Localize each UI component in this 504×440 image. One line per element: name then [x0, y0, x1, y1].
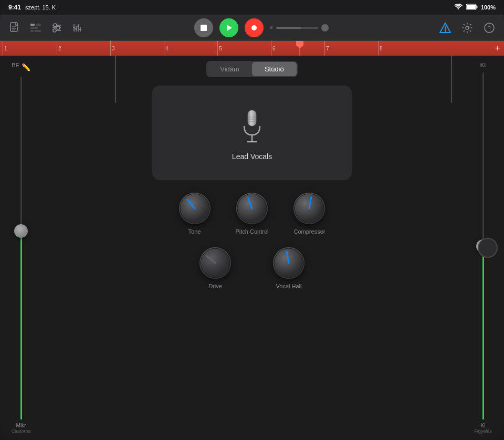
ipad-frame: 9:41 szept. 15. K 100% [0, 0, 504, 440]
svg-rect-26 [201, 25, 207, 31]
compressor-label: Compressor [294, 228, 326, 235]
metronome-button[interactable] [437, 19, 454, 36]
tabs-container: Vidám Stúdió [206, 61, 298, 77]
status-right: 100% [455, 4, 496, 11]
timeline-ruler: 1 2 3 4 5 6 7 8 + [0, 41, 504, 56]
toolbar-left [6, 19, 86, 36]
fader-left-knob[interactable] [14, 224, 28, 238]
ruler-mark-4: 4 [164, 41, 169, 56]
volume-knob[interactable] [321, 24, 329, 32]
vocal-hall-label: Vocal Hall [276, 283, 302, 289]
tab-vidam[interactable]: Vidám [207, 62, 252, 76]
svg-point-16 [57, 26, 60, 29]
tone-knob[interactable] [179, 193, 211, 224]
ruler-mark-3: 3 [110, 41, 115, 56]
pencil-icon[interactable]: ✏️ [22, 63, 30, 71]
instrument-box: Lead Vocals [152, 86, 352, 180]
knobs-row-2: Drive [200, 247, 304, 289]
toolbar-center: ≡ [194, 18, 329, 37]
toolbar: ≡ [0, 15, 504, 41]
fader-right-label: KI [480, 62, 486, 68]
knob-tone: Tone [179, 193, 211, 235]
mic-icon [236, 105, 268, 147]
home-button[interactable] [478, 238, 498, 258]
knob-drive: Drive [200, 247, 231, 289]
wifi-icon [455, 4, 463, 11]
pitch-control-label: Pitch Control [236, 228, 269, 235]
ruler-mark-1: 1 [3, 41, 7, 56]
vocal-hall-knob[interactable] [273, 247, 304, 279]
pitch-control-knob[interactable] [236, 193, 268, 224]
svg-point-15 [54, 24, 57, 27]
record-button[interactable] [245, 18, 264, 37]
fader-left-sub: Csatorna [12, 428, 31, 434]
stop-button[interactable] [194, 18, 213, 37]
svg-point-31 [466, 26, 469, 29]
date-display: szept. 15. K [25, 4, 56, 11]
knob-vocal-hall: Vocal Hall [273, 247, 304, 289]
ruler-mark-6: 6 [271, 41, 276, 56]
svg-rect-8 [36, 24, 41, 26]
drive-knob[interactable] [200, 247, 231, 279]
battery-pct: 100% [481, 4, 496, 11]
svg-rect-7 [30, 24, 35, 26]
volume-slider[interactable] [276, 27, 318, 29]
settings-button[interactable] [459, 19, 476, 36]
status-bar: 9:41 szept. 15. K 100% [0, 0, 504, 15]
mixer-button[interactable] [48, 19, 65, 36]
fader-right-fill [482, 246, 484, 420]
ruler-mark-5: 5 [217, 41, 222, 56]
compressor-knob[interactable] [293, 193, 325, 224]
timeline[interactable]: 1 2 3 4 5 6 7 8 + [0, 41, 504, 56]
svg-rect-9 [30, 27, 38, 29]
fader-left: BE ✏️ Mikr Csatorna [0, 56, 42, 440]
ruler-mark-7: 7 [324, 41, 329, 56]
play-button[interactable] [219, 18, 238, 37]
fader-right-bottom: Ki [481, 423, 486, 428]
instrument-name: Lead Vocals [232, 152, 272, 161]
time-display: 9:41 [8, 4, 21, 11]
tracks-button[interactable] [27, 19, 44, 36]
toolbar-right: ? [437, 19, 498, 36]
svg-rect-10 [30, 30, 34, 32]
volume-control: ≡ [270, 24, 329, 32]
battery-icon [466, 4, 478, 11]
drive-label: Drive [208, 283, 222, 289]
svg-rect-1 [467, 5, 476, 9]
document-button[interactable] [6, 19, 23, 36]
status-left: 9:41 szept. 15. K [8, 4, 56, 11]
fader-left-bottom: Mikr [16, 423, 26, 428]
tab-studio[interactable]: Stúdió [252, 62, 297, 76]
svg-point-28 [251, 25, 257, 30]
svg-marker-27 [227, 25, 232, 31]
fader-left-track[interactable] [20, 77, 22, 420]
svg-rect-2 [476, 6, 477, 8]
fader-right-sub: Figyelés [474, 428, 492, 434]
fader-left-label: BE [12, 62, 19, 68]
ruler-mark-8: 8 [378, 41, 383, 56]
knob-compressor: Compressor [293, 193, 325, 235]
svg-text:?: ? [488, 25, 490, 32]
knob-pitch-control: Pitch Control [236, 193, 269, 235]
app-area: BE ✏️ Mikr Csatorna Vidám Stúdió [0, 56, 504, 440]
fader-left-fill [20, 231, 22, 420]
center-panel: Vidám Stúdió [42, 56, 462, 440]
playhead[interactable] [299, 41, 300, 56]
playhead-marker [296, 41, 303, 48]
knobs-row-1: Tone [179, 193, 326, 235]
tone-label: Tone [188, 228, 201, 235]
ruler-mark-2: 2 [57, 41, 61, 56]
help-button[interactable]: ? [481, 19, 498, 36]
svg-point-17 [53, 29, 56, 32]
eq-button[interactable] [69, 19, 86, 36]
add-marker-button[interactable]: + [495, 44, 500, 53]
svg-rect-34 [248, 110, 256, 126]
svg-rect-11 [35, 30, 41, 32]
